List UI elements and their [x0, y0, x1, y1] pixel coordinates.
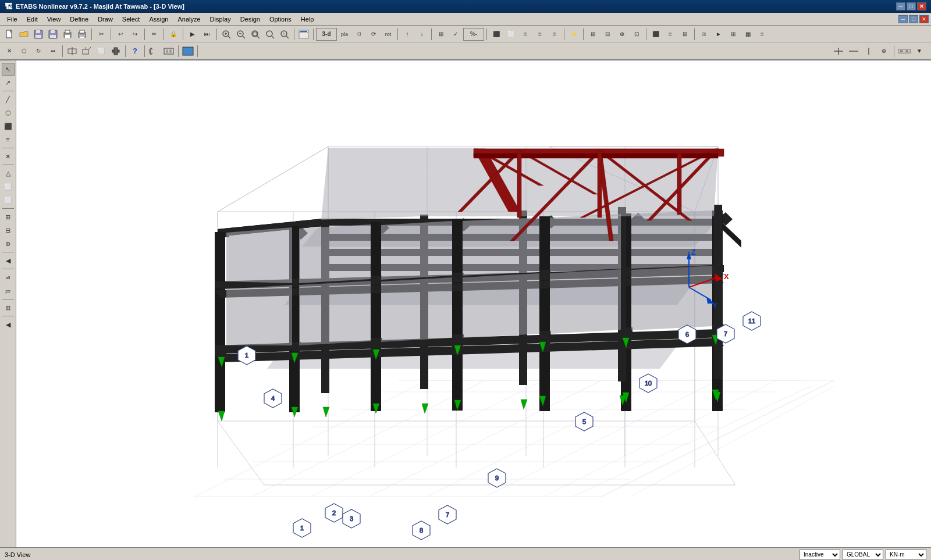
tb-sel2[interactable]: ⊡ — [630, 28, 644, 41]
tb2-snap3[interactable] — [862, 45, 876, 58]
tb2-question[interactable]: ? — [128, 45, 142, 58]
tb-win2[interactable]: ⊞ — [678, 28, 692, 41]
tb-zoom-out[interactable] — [234, 28, 248, 41]
tb-export[interactable]: ≡ — [755, 28, 769, 41]
tb-percent[interactable]: %- — [463, 28, 484, 41]
tb2-snap2[interactable] — [847, 45, 861, 58]
tb-zoom-in[interactable] — [219, 28, 233, 41]
tb2-height[interactable]: I — [147, 45, 161, 58]
tb-3d-view[interactable]: 3-d — [316, 28, 337, 41]
tool-delete[interactable]: ✕ — [2, 150, 15, 163]
tb-grid4[interactable]: ⊞ — [726, 28, 740, 41]
tb2-rotate[interactable]: ↻ — [31, 45, 45, 58]
tool-grid-view[interactable]: ⊞ — [2, 301, 15, 314]
tb2-mirror[interactable]: ⇔ — [46, 45, 60, 58]
tb-check[interactable]: ✓ — [449, 28, 463, 41]
tb-set-building[interactable]: 🔒 — [166, 28, 180, 41]
menu-select[interactable]: Select — [118, 13, 145, 25]
tool-rect[interactable]: ⬜ — [2, 180, 15, 193]
tb-play[interactable]: ► — [712, 28, 726, 41]
viewport[interactable]: Z X Y 1 2 3 — [16, 60, 931, 547]
tool-draw-brace[interactable]: ⬡ — [2, 106, 15, 119]
menu-file[interactable]: File — [2, 13, 22, 25]
tb-lines3[interactable]: ≡ — [548, 28, 562, 41]
menu-help[interactable]: Help — [296, 13, 319, 25]
tb-run-step[interactable]: ⏭ — [200, 28, 214, 41]
menu-view[interactable]: View — [42, 13, 66, 25]
tb-cut[interactable]: ✂ — [94, 28, 108, 41]
tool-draw-frame[interactable]: ╱ — [2, 93, 15, 106]
tb-print-table[interactable] — [75, 28, 89, 41]
tb-model-explorer[interactable] — [297, 28, 311, 41]
tool-collapse-2[interactable]: ◀ — [2, 318, 15, 331]
close-button[interactable]: ✕ — [917, 2, 926, 10]
menu-analyze[interactable]: Analyze — [173, 13, 205, 25]
tb-arrow-down[interactable]: ↓ — [415, 28, 429, 41]
inner-minimize[interactable]: ─ — [898, 15, 908, 23]
tool-section-cut[interactable]: ⊟ — [2, 224, 15, 237]
tb-zoom-prev[interactable] — [263, 28, 277, 41]
tb-zoom-all[interactable]: A — [278, 28, 292, 41]
tb-fill[interactable]: ⬛ — [649, 28, 663, 41]
tb2-snap1[interactable] — [831, 45, 845, 58]
tb2-snap4[interactable]: ⊕ — [877, 45, 891, 58]
tb-arrow-up[interactable]: ↑ — [400, 28, 414, 41]
tb2-section[interactable] — [65, 45, 79, 58]
tb-plus2[interactable]: ⊕ — [615, 28, 629, 41]
menu-define[interactable]: Define — [65, 13, 93, 25]
menu-draw[interactable]: Draw — [93, 13, 118, 25]
tb2-assign[interactable] — [109, 45, 123, 58]
tb-zoom-box[interactable] — [248, 28, 262, 41]
tb-undo[interactable]: ↩ — [113, 28, 127, 41]
tb-run-start[interactable]: ▶ — [186, 28, 200, 41]
unit-dropdown[interactable]: KN-m KN-mm N-m lb-ft — [886, 550, 926, 560]
maximize-button[interactable]: □ — [907, 2, 916, 10]
tb-plan-view[interactable]: pla — [337, 28, 351, 41]
tb-toolbar2[interactable]: ≡ — [663, 28, 677, 41]
tb2-snap-down[interactable]: ▼ — [912, 45, 926, 58]
tb-minus[interactable]: ⊟ — [600, 28, 614, 41]
tb-redo[interactable]: ↪ — [128, 28, 142, 41]
tb-properties[interactable]: ✏ — [147, 28, 161, 41]
menu-display[interactable]: Display — [205, 13, 236, 25]
minimize-button[interactable]: ─ — [896, 2, 905, 10]
tb-lines1[interactable]: ≡ — [518, 28, 532, 41]
tool-select-rubber[interactable]: ↗ — [2, 76, 15, 89]
tb-rect1[interactable]: ⬛ — [489, 28, 503, 41]
tool-select-pointer[interactable]: ↖ — [2, 63, 15, 76]
mode-dropdown[interactable]: Inactive Active — [799, 550, 840, 560]
tb2-move[interactable]: ⬡ — [17, 45, 31, 58]
tb2-visibility[interactable] — [162, 45, 176, 58]
menu-design[interactable]: Design — [236, 13, 265, 25]
tb-tile-windows[interactable]: ⊞ — [434, 28, 448, 41]
tb-save-as[interactable]: + — [46, 28, 60, 41]
tb-grid5[interactable]: ▦ — [741, 28, 755, 41]
tool-tri[interactable]: △ — [2, 167, 15, 180]
tool-draw-polyline[interactable]: ≡ — [2, 133, 15, 146]
tb-rotate[interactable]: rot — [381, 28, 395, 41]
tool-draw-area[interactable]: ⬛ — [2, 120, 15, 133]
tb2-color[interactable] — [181, 45, 195, 58]
menu-options[interactable]: Options — [265, 13, 296, 25]
tb-snap[interactable]: ⊡ — [352, 28, 366, 41]
menu-assign[interactable]: Assign — [144, 13, 173, 25]
tb-wave[interactable]: ≋ — [697, 28, 711, 41]
tb-save[interactable] — [31, 28, 45, 41]
tb2-snap5[interactable] — [897, 45, 911, 58]
tool-grid[interactable]: ⊞ — [2, 211, 15, 223]
tool-add[interactable]: ⊕ — [2, 237, 15, 250]
tb2-delete[interactable]: ✕ — [2, 45, 16, 58]
coord-dropdown[interactable]: GLOBAL LOCAL — [843, 550, 883, 560]
inner-close[interactable]: ✕ — [919, 15, 929, 23]
tb-open[interactable] — [17, 28, 31, 41]
tb-print-model[interactable] — [61, 28, 74, 41]
tb2-material[interactable]: ⬜ — [94, 45, 108, 58]
tool-ps[interactable]: ps — [2, 284, 15, 297]
inner-maximize[interactable]: □ — [909, 15, 918, 23]
tool-all[interactable]: all — [2, 271, 15, 284]
tb-rect2[interactable]: ⬜ — [504, 28, 518, 41]
menu-edit[interactable]: Edit — [22, 13, 42, 25]
tool-slab[interactable]: ⬜ — [2, 194, 15, 206]
tb-new[interactable] — [2, 28, 16, 41]
tb-refresh-view[interactable]: ⟳ — [367, 28, 381, 41]
